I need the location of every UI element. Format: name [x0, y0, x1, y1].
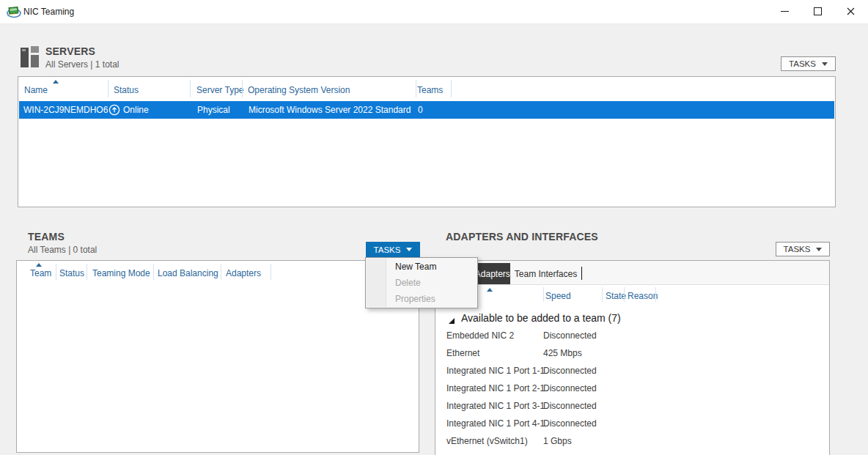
- titlebar: NIC Teaming: [0, 0, 868, 24]
- tab-team-interfaces-label: Team Interfaces: [515, 269, 577, 279]
- minimize-icon: [781, 11, 789, 12]
- adapter-group-header[interactable]: Available to be added to a team (7): [435, 309, 829, 328]
- adapters-tabbar: Network Adapters Team Interfaces: [435, 261, 829, 285]
- adapters-tasks-label: TASKS: [784, 245, 811, 254]
- teams-table: Team Status Teaming Mode Load Balancing …: [16, 260, 419, 453]
- tasks-menu: New Team Delete Properties: [365, 257, 478, 308]
- close-icon: [847, 5, 855, 18]
- adapter-speed-cell: Disconnected: [543, 330, 597, 341]
- server-os-cell: Microsoft Windows Server 2022 Standard: [249, 105, 411, 115]
- column-header-team[interactable]: Team: [30, 268, 51, 278]
- column-separator: [602, 287, 603, 302]
- column-header-speed[interactable]: Speed: [545, 291, 571, 301]
- column-separator: [655, 287, 656, 302]
- column-separator: [56, 264, 56, 280]
- teams-tasks-button[interactable]: TASKS: [366, 242, 420, 257]
- adapter-speed-cell: Disconnected: [543, 401, 597, 411]
- column-header-adapters[interactable]: Adapters: [226, 268, 261, 278]
- server-row[interactable]: WIN-2CJ9NEMDHO6 Online Physical Microsof…: [19, 101, 834, 119]
- chevron-down-icon: [406, 248, 412, 251]
- teams-title: TEAMS: [28, 231, 65, 243]
- tab-team-interfaces[interactable]: Team Interfaces: [512, 263, 580, 284]
- adapter-speed-cell: Disconnected: [543, 418, 597, 429]
- adapter-row[interactable]: Ethernet 425 Mbps: [436, 344, 819, 362]
- adapter-row[interactable]: Integrated NIC 1 Port 2-1 Disconnected: [436, 380, 819, 397]
- text-caret: [581, 267, 582, 280]
- close-button[interactable]: [834, 0, 867, 23]
- column-separator: [624, 287, 625, 302]
- adapters-title: ADAPTERS AND INTERFACES: [446, 231, 598, 243]
- adapter-row[interactable]: Integrated NIC 1 Port 3-1 Disconnected: [436, 397, 819, 415]
- adapters-tasks-button[interactable]: TASKS: [776, 242, 830, 256]
- maximize-button[interactable]: [801, 0, 834, 23]
- menu-item-delete[interactable]: Delete: [366, 275, 477, 291]
- adapter-group-label: Available to be added to a team (7): [461, 312, 621, 324]
- adapter-name-cell: Integrated NIC 1 Port 4-1: [446, 418, 545, 429]
- sort-ascending-arrow-icon: [36, 263, 42, 267]
- column-separator: [190, 80, 191, 97]
- servers-tasks-button[interactable]: TASKS: [781, 56, 836, 71]
- adapter-name-cell: Ethernet: [446, 348, 479, 358]
- adapter-name-cell: Integrated NIC 1 Port 3-1: [446, 401, 545, 411]
- servers-title: SERVERS: [45, 45, 95, 57]
- adapter-speed-cell: 425 Mbps: [543, 348, 582, 358]
- column-header-os-version[interactable]: Operating System Version: [248, 85, 350, 95]
- column-separator: [87, 264, 87, 280]
- teams-tasks-label: TASKS: [374, 245, 401, 254]
- column-header-name[interactable]: Name: [24, 85, 48, 95]
- column-separator: [543, 287, 544, 302]
- adapter-speed-cell: Disconnected: [543, 383, 597, 393]
- menu-item-properties[interactable]: Properties: [366, 291, 477, 307]
- column-header-status[interactable]: Status: [59, 268, 84, 278]
- column-header-server-type[interactable]: Server Type: [196, 85, 243, 95]
- adapter-name-cell: vEthernet (vSwitch1): [446, 436, 528, 446]
- adapter-name-cell: Integrated NIC 1 Port 1-1: [446, 366, 545, 376]
- adapter-row[interactable]: Integrated NIC 1 Port 4-1 Disconnected: [436, 415, 819, 432]
- adapter-name-cell: Embedded NIC 2: [446, 330, 514, 341]
- teams-subtitle: All Teams | 0 total: [28, 245, 97, 255]
- adapter-speed-cell: Disconnected: [543, 366, 597, 376]
- adapter-name-cell: Integrated NIC 1 Port 2-1: [446, 383, 545, 393]
- servers-tasks-label: TASKS: [789, 59, 816, 68]
- chevron-down-icon: [816, 248, 822, 251]
- column-separator: [108, 80, 108, 97]
- column-separator: [242, 80, 243, 97]
- column-header-teaming-mode[interactable]: Teaming Mode: [92, 268, 150, 278]
- column-separator: [221, 264, 221, 280]
- sort-ascending-arrow-icon: [53, 80, 59, 84]
- servers-table: Name Status Server Type Operating System…: [18, 76, 836, 207]
- expanded-triangle-icon: [448, 314, 455, 322]
- server-teams-cell: 0: [418, 105, 423, 115]
- maximize-icon: [814, 7, 822, 15]
- chevron-down-icon: [822, 62, 828, 66]
- arrow-up-circle-icon: [108, 104, 120, 118]
- minimize-button[interactable]: [768, 0, 801, 23]
- adapter-row[interactable]: Embedded NIC 2 Disconnected: [436, 327, 819, 344]
- server-type-cell: Physical: [197, 105, 230, 115]
- column-separator: [451, 80, 452, 97]
- column-header-load-balancing[interactable]: Load Balancing: [158, 268, 218, 278]
- column-separator: [153, 264, 154, 280]
- column-header-state[interactable]: State: [606, 291, 626, 301]
- window-title: NIC Teaming: [23, 7, 74, 17]
- column-header-status[interactable]: Status: [114, 85, 139, 95]
- menu-item-new-team[interactable]: New Team: [366, 259, 477, 275]
- sort-ascending-arrow-icon: [487, 288, 493, 292]
- app-icon: [7, 4, 21, 22]
- servers-subtitle: All Servers | 1 total: [45, 59, 119, 70]
- adapter-row[interactable]: vEthernet (vSwitch1) 1 Gbps: [436, 432, 819, 450]
- adapter-row[interactable]: Integrated NIC 1 Port 1-1 Disconnected: [436, 362, 819, 380]
- column-separator: [416, 80, 416, 97]
- adapters-panel: Network Adapters Team Interfaces Speed S…: [435, 260, 830, 455]
- column-header-reason[interactable]: Reason: [628, 291, 658, 301]
- column-separator: [271, 264, 271, 280]
- server-stack-icon: [21, 46, 40, 68]
- column-header-teams[interactable]: Teams: [417, 85, 443, 95]
- server-status-cell: Online: [123, 105, 149, 115]
- adapter-speed-cell: 1 Gbps: [543, 436, 572, 446]
- server-name-cell: WIN-2CJ9NEMDHO6: [23, 105, 108, 115]
